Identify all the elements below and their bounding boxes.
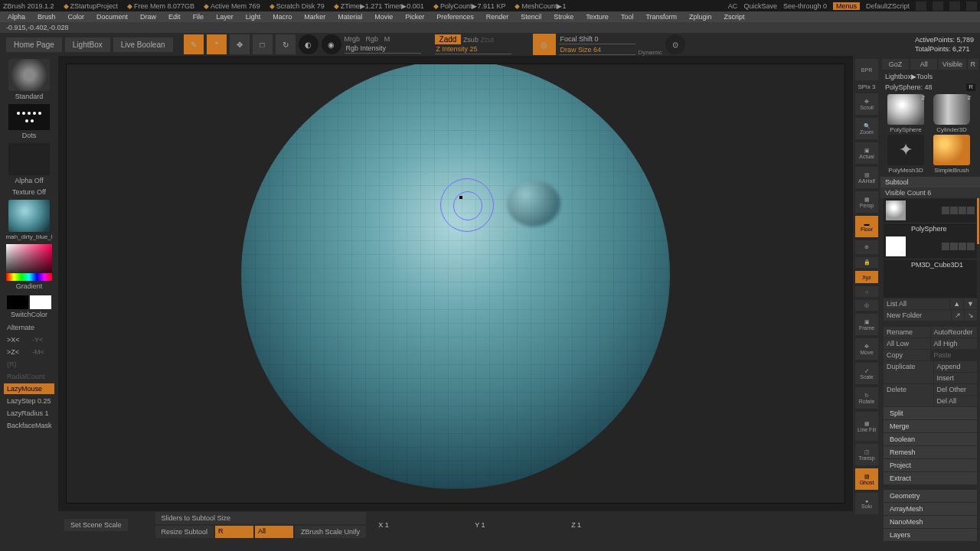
up-arrow-icon[interactable]: ▲	[950, 298, 963, 309]
solo-button[interactable]: ●Solo	[855, 493, 878, 514]
edit-mode-icon[interactable]: ✎	[184, 34, 204, 54]
curve-icon[interactable]: ⊙	[665, 34, 685, 54]
sym-x[interactable]: >X<	[4, 334, 29, 345]
frame-button[interactable]: ▣Frame	[855, 314, 878, 335]
scale-view-button[interactable]: ⤢Scale	[855, 363, 878, 384]
down-fast-icon[interactable]: ▼	[964, 298, 977, 309]
radial-count[interactable]: RadialCount	[4, 371, 54, 382]
fit-button[interactable]: ◎	[855, 300, 878, 311]
spix-slider[interactable]: SPix 3	[858, 83, 875, 90]
draw-size-slider[interactable]: Draw Size 64	[559, 45, 635, 55]
list-all-button[interactable]: List All	[884, 298, 949, 309]
mrgb-button[interactable]: Mrgb	[345, 35, 361, 43]
menu-texture[interactable]: Texture	[586, 13, 609, 21]
new-folder-button[interactable]: New Folder	[884, 310, 951, 321]
radial-toggle[interactable]: (R)	[4, 359, 54, 370]
delete-button[interactable]: Delete	[884, 384, 933, 406]
alternate-button[interactable]: Alternate	[4, 322, 54, 333]
menu-zscript[interactable]: Zscript	[724, 13, 745, 21]
gradient-label[interactable]: Gradient	[16, 282, 43, 290]
all-tab[interactable]: All	[910, 59, 937, 70]
switch-color-button[interactable]: SwitchColor	[11, 311, 47, 318]
subtool-polysphere[interactable]	[884, 198, 977, 223]
close-icon[interactable]	[966, 2, 977, 11]
menu-marker[interactable]: Marker	[304, 13, 325, 21]
menu-material[interactable]: Material	[338, 13, 362, 21]
menu-draw[interactable]: Draw	[140, 13, 156, 21]
r-button[interactable]: R	[215, 526, 253, 538]
z-slider[interactable]: Z 1	[567, 520, 605, 530]
menu-macro[interactable]: Macro	[273, 13, 292, 21]
center-button[interactable]: ○	[855, 286, 878, 297]
all-high-button[interactable]: All High	[931, 338, 978, 349]
sym-y[interactable]: -Y<	[29, 334, 54, 345]
seethrough-slider[interactable]: See-through 0	[783, 2, 827, 10]
transp-button[interactable]: ◫Transp	[855, 444, 878, 465]
r-tab[interactable]: R	[968, 59, 979, 70]
tool-polysphere[interactable]: PolySphere2	[884, 94, 928, 133]
rotate-view-button[interactable]: ↻Rotate	[855, 387, 878, 409]
menu-stroke[interactable]: Stroke	[554, 13, 573, 21]
menu-render[interactable]: Render	[486, 13, 509, 21]
gizmo-icon[interactable]: ◐	[299, 34, 318, 54]
bpr-button[interactable]: BPR	[855, 59, 878, 80]
local-button[interactable]: ⊕	[855, 240, 878, 254]
boolean-section[interactable]: Boolean	[884, 433, 977, 445]
layout-picker-icon[interactable]	[916, 2, 926, 11]
z-intensity-slider[interactable]: Z Intensity 25	[435, 44, 511, 54]
append-button[interactable]: Append	[934, 361, 978, 372]
brush-size-icon[interactable]: ◎	[533, 34, 556, 55]
menus-button[interactable]: Menus	[833, 2, 860, 10]
zcut-button[interactable]: Zcut	[480, 36, 494, 44]
menu-zplugin[interactable]: Zplugin	[689, 13, 712, 21]
del-all-button[interactable]: Del All	[934, 396, 978, 406]
focal-shift-slider[interactable]: Focal Shift 0	[559, 34, 635, 44]
m-button[interactable]: M	[384, 35, 390, 43]
extract-section[interactable]: Extract	[884, 472, 977, 484]
split-section[interactable]: Split	[884, 407, 977, 419]
section-arraymesh[interactable]: ArrayMesh	[884, 503, 977, 515]
default-zscript[interactable]: DefaultZScript	[866, 2, 910, 10]
menu-preferences[interactable]: Preferences	[436, 13, 474, 21]
zadd-button[interactable]: Zadd	[435, 34, 462, 44]
menu-alpha[interactable]: Alpha	[8, 13, 25, 21]
menu-light[interactable]: Light	[246, 13, 261, 21]
move-mode-icon[interactable]: ✥	[230, 34, 250, 54]
move-down-icon[interactable]: ↘	[965, 310, 977, 321]
aahalf-button[interactable]: ▨AAHalf	[855, 167, 878, 188]
section-layers[interactable]: Layers	[884, 529, 977, 541]
menu-picker[interactable]: Picker	[405, 13, 424, 21]
goz-tab[interactable]: GoZ	[882, 59, 909, 70]
lazymouse-button[interactable]: LazyMouse	[4, 383, 54, 394]
all-low-button[interactable]: All Low	[884, 338, 930, 349]
visible-tab[interactable]: Visible	[939, 59, 965, 70]
floor-button[interactable]: ▬Floor	[855, 216, 878, 237]
draw-mode-icon[interactable]: ＊	[207, 34, 227, 54]
section-geometry[interactable]: Geometry	[884, 490, 977, 502]
brush-selector[interactable]	[8, 59, 50, 91]
persp-button[interactable]: ▦Persp	[855, 191, 878, 213]
sliders-subtool-button[interactable]: Sliders to Subtool Size	[155, 512, 367, 524]
tool-polymesh3d[interactable]: ✦PolyMesh3D	[884, 135, 928, 174]
lazystep-slider[interactable]: LazyStep 0.25	[4, 396, 54, 406]
maximize-icon[interactable]	[949, 2, 960, 11]
polyframe-button[interactable]: ▦Line Fill	[855, 412, 878, 441]
paste-button[interactable]: Paste	[931, 350, 978, 360]
subtool-pm3d_cube3d1[interactable]	[884, 234, 977, 259]
project-section[interactable]: Project	[884, 459, 977, 471]
texture-selector[interactable]	[8, 200, 50, 232]
menu-stencil[interactable]: Stencil	[521, 13, 541, 21]
rotate-mode-icon[interactable]: ↻	[276, 34, 296, 54]
autoreorder-button[interactable]: AutoReorder	[931, 327, 978, 337]
home-page-button[interactable]: Home Page	[6, 37, 62, 52]
lightbox-tools-button[interactable]: Lightbox▶Tools	[880, 71, 980, 82]
rgb-intensity-slider[interactable]: Rgb Intensity	[345, 44, 421, 54]
all-button[interactable]: All	[255, 526, 293, 538]
live-boolean-button[interactable]: Live Boolean	[113, 37, 173, 52]
stroke-selector[interactable]	[8, 104, 50, 130]
y-slider[interactable]: Y 1	[470, 520, 508, 530]
scroll-marker[interactable]	[977, 198, 979, 244]
resize-subtool-button[interactable]: Resize Subtool	[155, 526, 214, 538]
actual-button[interactable]: ▣Actual	[855, 142, 878, 164]
del-other-button[interactable]: Del Other	[934, 384, 978, 395]
